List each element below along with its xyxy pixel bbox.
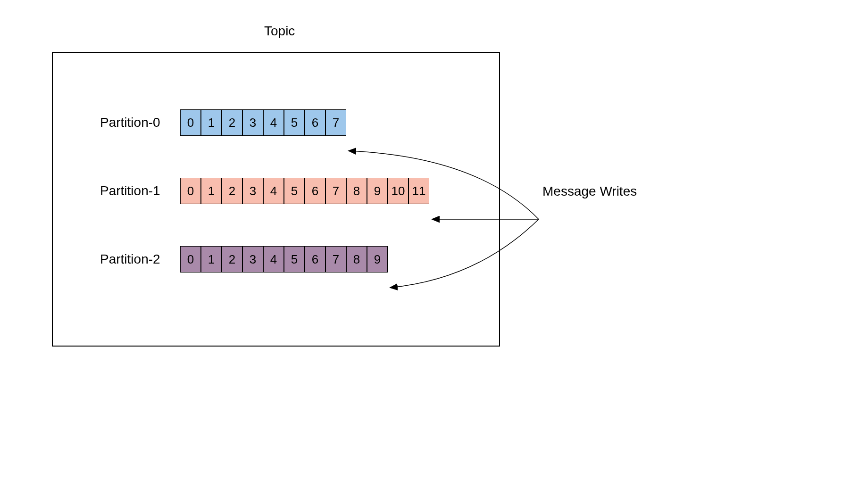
partition-cell: 8 <box>346 178 367 204</box>
partition-cell: 2 <box>222 246 242 273</box>
partition-0-cells: 01234567 <box>180 109 346 136</box>
partition-cell: 0 <box>180 109 201 136</box>
message-writes-label: Message Writes <box>542 184 637 199</box>
partition-cell: 3 <box>242 246 263 273</box>
partition-cell: 7 <box>325 109 346 136</box>
partition-cell: 1 <box>201 109 222 136</box>
partition-1-cells: 01234567891011 <box>180 178 429 204</box>
partition-cell: 3 <box>242 178 263 204</box>
partition-cell: 5 <box>284 246 305 273</box>
partition-cell: 1 <box>201 178 222 204</box>
partition-cell: 7 <box>325 246 346 273</box>
topic-box: Partition-0 01234567 Partition-1 0123456… <box>52 52 500 347</box>
partition-cell: 9 <box>367 246 388 273</box>
partition-1-row: Partition-1 01234567891011 <box>100 178 429 204</box>
partition-cell: 6 <box>305 109 325 136</box>
partition-cell: 6 <box>305 246 325 273</box>
arrow-line <box>391 219 539 288</box>
partition-1-label: Partition-1 <box>100 183 180 198</box>
partition-cell: 6 <box>305 178 325 204</box>
diagram-container: Topic Partition-0 01234567 Partition-1 0… <box>52 24 797 363</box>
partition-0-label: Partition-0 <box>100 115 180 130</box>
partition-0-row: Partition-0 01234567 <box>100 109 346 136</box>
partition-2-row: Partition-2 0123456789 <box>100 246 388 273</box>
partition-2-label: Partition-2 <box>100 252 180 267</box>
topic-title: Topic <box>264 24 295 39</box>
partition-cell: 11 <box>408 178 429 204</box>
partition-2-cells: 0123456789 <box>180 246 388 273</box>
partition-cell: 10 <box>388 178 408 204</box>
partition-cell: 1 <box>201 246 222 273</box>
partition-cell: 2 <box>222 109 242 136</box>
partition-cell: 8 <box>346 246 367 273</box>
partition-cell: 4 <box>263 246 284 273</box>
partition-cell: 0 <box>180 246 201 273</box>
partition-cell: 4 <box>263 178 284 204</box>
partition-cell: 4 <box>263 109 284 136</box>
partition-cell: 2 <box>222 178 242 204</box>
partition-cell: 0 <box>180 178 201 204</box>
partition-cell: 5 <box>284 109 305 136</box>
partition-cell: 7 <box>325 178 346 204</box>
partition-cell: 5 <box>284 178 305 204</box>
partition-cell: 9 <box>367 178 388 204</box>
partition-cell: 3 <box>242 109 263 136</box>
